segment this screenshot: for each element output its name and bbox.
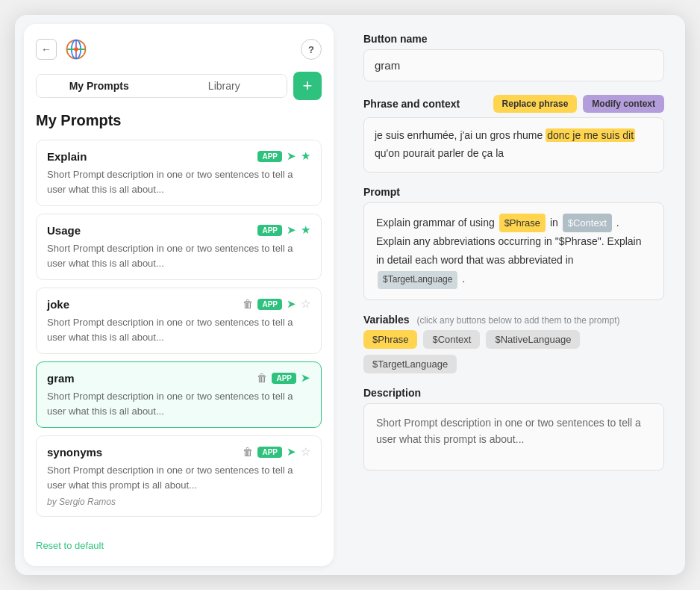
app-badge: APP	[272, 373, 296, 384]
card-actions: APP ➤ ★	[257, 223, 310, 237]
star-icon[interactable]: ★	[301, 149, 310, 163]
target-tag[interactable]: $TargetLanguage	[378, 271, 457, 289]
star-empty-icon[interactable]: ☆	[301, 445, 310, 459]
prompt-card-usage[interactable]: Usage APP ➤ ★ Short Prompt description i…	[36, 214, 322, 280]
right-panel: Button name Phrase and context Replace p…	[343, 15, 685, 575]
card-actions: 🗑 APP ➤	[257, 371, 310, 385]
phrase-text-after: qu'on pourait parler de ça la	[375, 147, 504, 159]
section-title: My Prompts	[36, 109, 322, 131]
variable-native-button[interactable]: $NativeLanguage	[486, 330, 580, 349]
variables-header: Variables (click any buttons below to ad…	[363, 314, 664, 326]
prompt-desc: Short Prompt description in one or two s…	[47, 389, 310, 418]
tab-row: My Prompts Library +	[36, 72, 322, 100]
variables-section: Variables (click any buttons below to ad…	[363, 314, 664, 373]
prompt-card-header: Explain APP ➤ ★	[47, 149, 310, 163]
prompt-name: gram	[47, 372, 75, 385]
tab-library[interactable]: Library	[162, 75, 287, 97]
modify-context-button[interactable]: Modify context	[583, 95, 664, 113]
left-header: ← ?	[36, 36, 322, 63]
phrase-context-box: je suis enrhumée, j'ai un gros rhume don…	[363, 117, 664, 173]
context-tag[interactable]: $Context	[563, 214, 612, 232]
prompt-name: Explain	[47, 150, 87, 163]
send-icon[interactable]: ➤	[287, 149, 296, 163]
prompt-desc: Short Prompt description in one or two s…	[47, 167, 310, 196]
prompt-period1: .	[616, 217, 619, 229]
star-icon[interactable]: ★	[301, 223, 310, 237]
prompt-card-header: synonyms 🗑 APP ➤ ☆	[47, 445, 310, 459]
prompt-desc: Short Prompt description in one or two s…	[47, 315, 310, 344]
help-button[interactable]: ?	[301, 39, 322, 60]
back-arrow-icon: ←	[41, 43, 51, 55]
globe-icon	[63, 36, 90, 63]
prompt-before-text: Explain grammar of using	[376, 217, 495, 229]
card-actions: 🗑 APP ➤ ☆	[243, 297, 310, 311]
prompt-desc: Short Prompt description in one or two s…	[47, 463, 310, 492]
tab-my-prompts[interactable]: My Prompts	[37, 75, 162, 97]
app-badge: APP	[257, 225, 282, 236]
prompt-card-explain[interactable]: Explain APP ➤ ★ Short Prompt description…	[36, 140, 322, 206]
description-label: Description	[363, 387, 664, 399]
prompt-section: Prompt Explain grammar of using $Phrase …	[363, 186, 664, 300]
phrase-context-section: Phrase and context Replace phrase Modify…	[363, 95, 664, 173]
svg-point-4	[74, 47, 78, 51]
phrase-context-label: Phrase and context	[363, 98, 460, 110]
prompt-desc: Short Prompt description in one or two s…	[47, 241, 310, 270]
prompt-in-text: in	[550, 217, 561, 229]
prompt-card-gram[interactable]: gram 🗑 APP ➤ Short Prompt description in…	[36, 361, 322, 428]
app-badge: APP	[257, 151, 282, 162]
trash-icon[interactable]: 🗑	[257, 372, 267, 384]
phrase-tag[interactable]: $Phrase	[499, 214, 546, 232]
replace-phrase-button[interactable]: Replace phrase	[493, 95, 578, 113]
app-container: ← ? My Prompts Library	[15, 15, 685, 575]
prompt-period2: .	[462, 273, 465, 285]
app-badge: APP	[257, 447, 282, 458]
variable-context-button[interactable]: $Context	[423, 330, 480, 349]
description-box: Short Prompt description in one or two s…	[363, 403, 664, 471]
prompts-list: Explain APP ➤ ★ Short Prompt description…	[36, 140, 322, 528]
variables-list: $Phrase $Context $NativeLanguage $Target…	[363, 330, 664, 373]
action-buttons: Replace phrase Modify context	[493, 95, 664, 113]
help-icon: ?	[308, 44, 314, 55]
prompt-name: joke	[47, 298, 69, 311]
trash-icon[interactable]: 🗑	[243, 446, 253, 458]
prompt-label: Prompt	[363, 186, 664, 198]
back-button[interactable]: ←	[36, 39, 57, 60]
prompt-card-header: Usage APP ➤ ★	[47, 223, 310, 237]
prompt-line2-text: Explain any abbreviations occurring in "…	[376, 235, 641, 266]
card-actions: APP ➤ ★	[257, 149, 310, 163]
reset-to-default-link[interactable]: Reset to default	[36, 537, 322, 554]
prompt-name: synonyms	[47, 446, 102, 459]
header-left: ←	[36, 36, 90, 63]
trash-icon[interactable]: 🗑	[243, 298, 253, 310]
button-name-section: Button name	[363, 33, 664, 81]
button-name-label: Button name	[363, 33, 664, 45]
add-prompt-button[interactable]: +	[293, 72, 322, 100]
phrase-highlight: donc je me suis dit	[546, 128, 635, 142]
prompt-card-synonyms[interactable]: synonyms 🗑 APP ➤ ☆ Short Prompt descript…	[36, 435, 322, 517]
variables-label: Variables	[363, 314, 410, 326]
left-panel: ← ? My Prompts Library	[24, 24, 334, 566]
phrase-context-header: Phrase and context Replace phrase Modify…	[363, 95, 664, 113]
send-icon[interactable]: ➤	[287, 297, 296, 311]
description-section: Description Short Prompt description in …	[363, 387, 664, 471]
app-badge: APP	[257, 299, 282, 310]
star-empty-icon[interactable]: ☆	[301, 297, 310, 311]
prompt-name: Usage	[47, 224, 81, 237]
prompt-card-header: gram 🗑 APP ➤	[47, 371, 310, 385]
send-icon[interactable]: ➤	[287, 223, 296, 237]
prompt-card-joke[interactable]: joke 🗑 APP ➤ ☆ Short Prompt description …	[36, 288, 322, 354]
variable-phrase-button[interactable]: $Phrase	[363, 330, 417, 349]
send-icon[interactable]: ➤	[287, 445, 296, 459]
send-icon[interactable]: ➤	[301, 371, 310, 385]
variables-hint: (click any buttons below to add them to …	[416, 315, 619, 326]
card-actions: 🗑 APP ➤ ☆	[243, 445, 310, 459]
prompt-card-header: joke 🗑 APP ➤ ☆	[47, 297, 310, 311]
prompt-author: by Sergio Ramos	[47, 497, 310, 507]
tab-group: My Prompts Library	[36, 74, 287, 98]
button-name-input[interactable]	[363, 49, 664, 81]
phrase-text-before: je suis enrhumée, j'ai un gros rhume	[375, 129, 546, 141]
variable-target-button[interactable]: $TargetLanguage	[363, 355, 457, 373]
prompt-box: Explain grammar of using $Phrase in $Con…	[363, 202, 664, 300]
